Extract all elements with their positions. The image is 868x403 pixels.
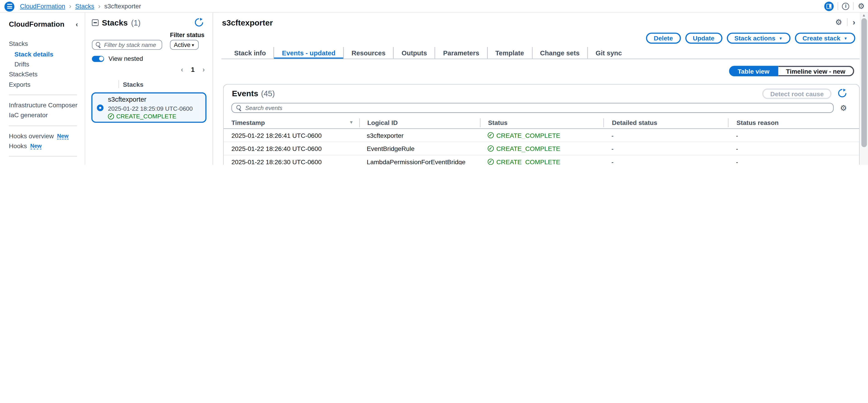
tab[interactable]: Outputs — [393, 47, 435, 59]
stack-radio-selected[interactable] — [97, 104, 103, 111]
sidebar-collapse-icon[interactable]: ‹ — [76, 20, 78, 28]
stack-status: ✓CREATE_COMPLETE — [108, 113, 193, 119]
refresh-stacks-icon[interactable] — [194, 18, 204, 27]
tab[interactable]: Stack info — [226, 47, 274, 59]
filter-status-label: Filter status — [170, 32, 205, 38]
stacks-list-panel: Stacks (1) Filter status Filter by stack… — [85, 13, 213, 165]
search-events-input[interactable]: Search events — [231, 103, 834, 113]
tab[interactable]: Parameters — [435, 47, 487, 59]
stack-filter-input[interactable]: Filter by stack name — [92, 40, 162, 50]
action-button[interactable]: Delete ▼ — [646, 33, 681, 43]
event-status-reason: - — [728, 132, 859, 138]
service-sidebar: CloudFormation ‹ ▼ Stacks ▼ Stack detail… — [0, 13, 85, 165]
new-badge[interactable]: New — [57, 133, 68, 139]
search-icon — [236, 105, 242, 110]
side-panel-toggle-icon[interactable] — [825, 1, 834, 11]
event-detailed-status: - — [604, 145, 728, 152]
sidebar-item[interactable]: ▼ IaC generator — [0, 110, 85, 121]
scrollbar-thumb[interactable] — [861, 18, 866, 147]
stacks-pagination: ‹ 1 › — [181, 65, 205, 74]
sidebar-item[interactable]: ▼ Hooks New — [0, 141, 85, 151]
breadcrumb-link[interactable]: Stacks — [75, 3, 94, 9]
vertical-scrollbar[interactable]: ▲ — [860, 13, 868, 165]
tab[interactable]: Git sync — [587, 47, 630, 59]
action-button[interactable]: Stack actions ▼ — [727, 33, 790, 43]
page-number[interactable]: 1 — [191, 66, 195, 73]
tab[interactable]: Template — [487, 47, 532, 59]
tab[interactable]: Change sets — [532, 47, 587, 59]
view-nested-label: View nested — [108, 55, 143, 62]
stack-created-timestamp: 2025-01-22 18:25:09 UTC-0600 — [108, 105, 193, 111]
new-badge[interactable]: New — [30, 143, 41, 149]
header-icon-divider — [847, 18, 848, 26]
column-header[interactable]: Detailed status ▼ — [604, 118, 728, 127]
tab[interactable]: Resources — [343, 47, 393, 59]
events-table-body: 2025-01-22 18:26:41 UTC-0600 s3cftexport… — [224, 129, 859, 165]
sidebar-item[interactable]: ▼ Hooks overview New — [0, 131, 85, 141]
events-table-header: Timestamp ▼ Logical ID ▼ Status ▼ D — [224, 117, 859, 129]
sidebar-item[interactable]: ▼ — [9, 125, 77, 126]
breadcrumb-link[interactable]: s3cftexporter — [104, 3, 141, 9]
collapse-panel-icon[interactable] — [92, 20, 98, 26]
main-header-icons: ⚙ › — [835, 18, 855, 27]
stack-detail-main: s3cftexporter ⚙ › Delete ▼ Update ▼ Stac… — [219, 13, 860, 165]
event-row: 2025-01-22 18:26:40 UTC-0600 EventBridge… — [224, 142, 859, 156]
stack-card-selected[interactable]: s3cftexporter 2025-01-22 18:25:09 UTC-06… — [91, 92, 207, 123]
breadcrumb-item[interactable]: Stacks — [75, 2, 104, 10]
sidebar-item[interactable]: ▼ Registry — [0, 162, 85, 165]
event-row: 2025-01-22 18:26:30 UTC-0600 LambdaPermi… — [224, 156, 859, 165]
chevron-down-icon: ▼ — [191, 43, 195, 47]
preferences-gear-icon[interactable]: ⚙ — [835, 18, 842, 26]
sidebar-title[interactable]: CloudFormation — [9, 20, 64, 28]
column-header[interactable]: Logical ID ▼ — [359, 118, 480, 127]
action-button[interactable]: Update ▼ — [685, 33, 722, 43]
sidebar-item[interactable]: ▼ Infrastructure Composer — [0, 100, 85, 110]
search-events-placeholder: Search events — [245, 105, 282, 111]
settings-gear-icon[interactable]: ⚙ — [858, 2, 865, 10]
stacks-panel-title: Stacks — [102, 18, 127, 27]
next-page-icon[interactable]: › — [203, 65, 205, 74]
event-detailed-status: - — [604, 158, 728, 165]
sidebar-item[interactable]: ▼ — [9, 156, 77, 157]
sidebar-item[interactable]: ▼ Exports — [0, 79, 85, 90]
column-header[interactable]: Status ▼ — [480, 118, 604, 127]
view-nested-toggle[interactable] — [92, 56, 104, 62]
breadcrumb-item[interactable]: s3cftexporter — [104, 3, 141, 9]
sidebar-item[interactable]: ▼ Drifts — [0, 59, 85, 69]
event-detailed-status: - — [604, 132, 728, 138]
sidebar-item[interactable]: ▼ — [9, 94, 77, 95]
tab[interactable]: Events - updated — [274, 47, 343, 59]
open-panel-chevron-icon[interactable]: › — [852, 18, 855, 27]
events-header: Events (45) — [232, 89, 275, 98]
sidebar-item[interactable]: ▼ Stack details — [0, 49, 85, 59]
stack-tabs: Stack info Events - updated Resources Ou… — [226, 47, 629, 59]
timeline-view-segment[interactable]: Timeline view - new — [778, 66, 854, 76]
action-button[interactable]: Create stack ▼ — [795, 33, 855, 43]
scroll-up-arrow-icon[interactable]: ▲ — [860, 13, 868, 17]
sidebar-header: CloudFormation ‹ — [0, 13, 85, 34]
top-navigation-bar: CloudFormation Stacks s3cftexporter i ⚙ — [0, 0, 868, 13]
sidebar-item[interactable]: ▼ StackSets — [0, 69, 85, 79]
hamburger-bars-icon — [7, 4, 12, 9]
table-preferences-gear-icon[interactable]: ⚙ — [840, 104, 847, 111]
sort-descending-icon[interactable]: ▼ — [349, 120, 353, 125]
breadcrumb-item[interactable]: CloudFormation — [20, 2, 75, 10]
column-header[interactable]: Status reason ▼ — [728, 118, 859, 127]
column-header[interactable]: Timestamp ▼ — [224, 118, 359, 127]
event-logical-id: EventBridgeRule — [359, 145, 480, 152]
event-status-reason: - — [728, 145, 859, 152]
sidebar-item[interactable]: ▼ Stacks — [0, 39, 85, 49]
prev-page-icon[interactable]: ‹ — [181, 65, 183, 74]
table-view-segment[interactable]: Table view — [729, 66, 778, 76]
status-icon — [488, 132, 494, 138]
help-info-icon[interactable]: i — [842, 2, 849, 10]
events-card: Events (45) Detect root cause Search eve… — [223, 84, 860, 165]
filter-status-select[interactable]: Active ▼ — [170, 40, 199, 50]
sidebar-nav: ▼ Stacks ▼ Stack details ▼ Drifts — [0, 39, 85, 165]
status-label: CREATE_COMPLETE — [496, 132, 560, 138]
hamburger-menu-icon[interactable] — [4, 1, 14, 11]
breadcrumb-link[interactable]: CloudFormation — [20, 3, 65, 9]
refresh-events-icon[interactable] — [837, 89, 847, 98]
detailed-status-label: - — [611, 158, 613, 165]
detect-root-cause-button[interactable]: Detect root cause — [763, 89, 832, 99]
